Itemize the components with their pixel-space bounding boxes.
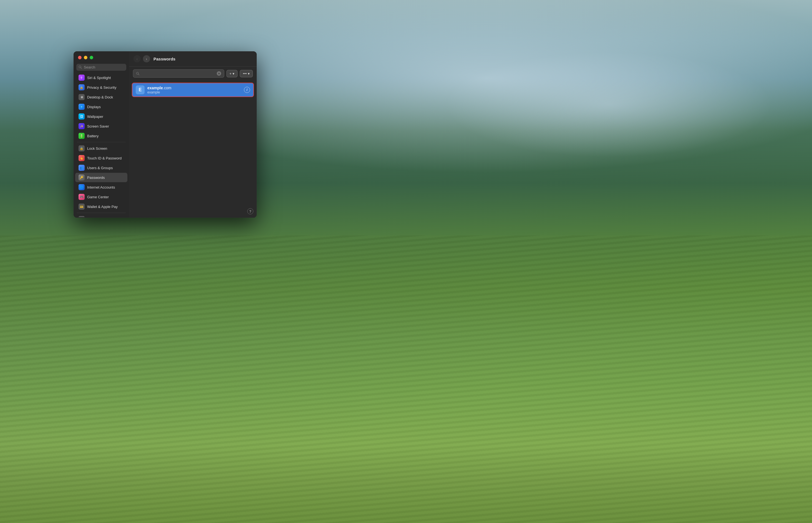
sidebar-divider-1 [77, 142, 126, 142]
sidebar-item-displays[interactable]: 💠 Displays [75, 102, 127, 111]
keyboard-icon: ⌨️ [79, 216, 85, 217]
passwords-icon: 🔑 [79, 175, 85, 181]
sidebar-label-lock: Lock Screen [87, 146, 125, 150]
password-domain: example [148, 86, 163, 90]
sidebar-item-wallpaper[interactable]: 🖼 Wallpaper [75, 112, 127, 121]
traffic-lights [73, 51, 129, 63]
sidebar-item-lock-screen[interactable]: 🔒 Lock Screen [75, 144, 127, 153]
sidebar-label-battery: Battery [87, 134, 125, 138]
wallet-icon: 💳 [79, 203, 85, 210]
sidebar-label-screensaver: Screen Saver [87, 124, 125, 128]
sidebar-divider-2 [77, 213, 126, 213]
add-password-button[interactable]: + ▾ [226, 70, 238, 77]
gamecenter-icon: 🎮 [79, 194, 85, 200]
password-item-info: example.com example [148, 86, 244, 94]
sidebar-item-battery[interactable]: 🔋 Battery [75, 131, 127, 141]
sidebar-item-siri-spotlight[interactable]: 🎙 Siri & Spotlight [75, 73, 127, 83]
maximize-button[interactable] [90, 56, 93, 59]
passwords-search-input[interactable]: example [141, 72, 215, 76]
wallpaper-icon: 🖼 [79, 113, 85, 120]
battery-icon: 🔋 [79, 133, 85, 139]
screensaver-icon: ✨ [79, 123, 85, 129]
lock-screen-icon: 🔒 [79, 145, 85, 151]
sidebar-label-displays: Displays [87, 105, 125, 109]
internet-icon: 🌐 [79, 184, 85, 190]
forward-button[interactable]: › [143, 55, 150, 62]
sidebar-item-game-center[interactable]: 🎮 Game Center [75, 192, 127, 202]
privacy-icon: 🔒 [79, 84, 85, 90]
more-options-button[interactable]: ••• ▾ [240, 70, 253, 77]
sidebar-label-wallpaper: Wallpaper [87, 114, 125, 119]
users-icon: 👥 [79, 165, 85, 171]
sidebar-label-touchid: Touch ID & Password [87, 156, 125, 160]
help-button[interactable]: ? [247, 208, 253, 214]
sidebar-label-users: Users & Groups [87, 166, 125, 170]
desktop-icon: 🖥 [79, 94, 85, 100]
sidebar-item-touch-id[interactable]: 👆 Touch ID & Password [75, 154, 127, 163]
sidebar: 🎙 Siri & Spotlight 🔒 Privacy & Security … [73, 51, 129, 218]
back-button[interactable]: ‹ [134, 55, 141, 62]
main-content: ‹ › Passwords example ✕ + ▾ ••• [129, 51, 257, 218]
sidebar-label-siri: Siri & Spotlight [87, 76, 125, 80]
add-chevron-icon: ▾ [232, 72, 235, 76]
password-info-button[interactable]: i [244, 87, 250, 93]
password-tld: .com [163, 86, 171, 90]
sidebar-label-passwords: Passwords [87, 176, 125, 180]
main-titlebar: ‹ › Passwords [129, 51, 257, 67]
sidebar-label-wallet: Wallet & Apple Pay [87, 205, 125, 209]
sidebar-search-container[interactable] [76, 64, 126, 71]
password-item-avatar: E [136, 85, 144, 94]
ellipsis-icon: ••• [243, 72, 247, 76]
password-item-username: example [148, 90, 244, 94]
sidebar-label-privacy: Privacy & Security [87, 85, 125, 90]
sidebar-item-desktop-dock[interactable]: 🖥 Desktop & Dock [75, 92, 127, 102]
sidebar-item-keyboard[interactable]: ⌨️ Keyboard [75, 214, 127, 217]
svg-line-1 [81, 68, 82, 69]
sidebar-item-screen-saver[interactable]: ✨ Screen Saver [75, 122, 127, 131]
touchid-icon: 👆 [79, 155, 85, 161]
system-preferences-window: 🎙 Siri & Spotlight 🔒 Privacy & Security … [73, 51, 257, 218]
passwords-list-area: E example.com example i ? [129, 80, 257, 218]
sidebar-item-privacy-security[interactable]: 🔒 Privacy & Security [75, 83, 127, 92]
sidebar-item-wallet[interactable]: 💳 Wallet & Apple Pay [75, 202, 127, 211]
passwords-search-bar[interactable]: example ✕ [133, 69, 224, 78]
plus-icon: + [229, 72, 232, 76]
minimize-button[interactable] [84, 56, 87, 59]
sidebar-item-internet-accounts[interactable]: 🌐 Internet Accounts [75, 182, 127, 192]
siri-icon: 🎙 [79, 75, 85, 81]
sidebar-search-input[interactable] [84, 65, 124, 69]
sidebar-label-internet: Internet Accounts [87, 185, 125, 190]
sidebar-label-gamecenter: Game Center [87, 195, 125, 199]
displays-icon: 💠 [79, 104, 85, 110]
close-button[interactable] [78, 56, 82, 59]
sidebar-items-list: 🎙 Siri & Spotlight 🔒 Privacy & Security … [73, 73, 129, 217]
clear-search-button[interactable]: ✕ [217, 71, 221, 76]
password-list-item[interactable]: E example.com example i [132, 83, 254, 97]
search-icon [136, 72, 140, 75]
sidebar-item-users-groups[interactable]: 👥 Users & Groups [75, 163, 127, 173]
sidebar-label-keyboard: Keyboard [87, 217, 125, 217]
page-title: Passwords [154, 57, 175, 61]
main-toolbar: example ✕ + ▾ ••• ▾ [129, 67, 257, 80]
password-item-title: example.com [148, 86, 244, 90]
sidebar-label-desktop: Desktop & Dock [87, 95, 125, 99]
svg-line-3 [138, 74, 139, 75]
search-icon [79, 66, 82, 69]
more-chevron-icon: ▾ [248, 72, 250, 76]
sidebar-item-passwords[interactable]: 🔑 Passwords [75, 173, 127, 182]
